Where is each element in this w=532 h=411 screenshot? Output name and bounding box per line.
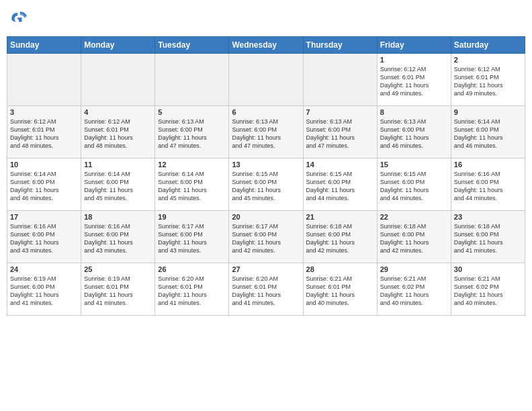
day-info: Sunrise: 6:15 AM Sunset: 6:00 PM Dayligh… [380, 170, 448, 203]
day-cell [7, 54, 81, 106]
day-info: Sunrise: 6:15 AM Sunset: 6:00 PM Dayligh… [306, 170, 374, 203]
day-number: 7 [306, 108, 374, 116]
day-info: Sunrise: 6:17 AM Sunset: 6:00 PM Dayligh… [158, 222, 226, 255]
day-header-monday: Monday [81, 37, 155, 54]
day-number: 8 [380, 108, 448, 116]
day-number: 28 [306, 265, 374, 273]
week-row-3: 10Sunrise: 6:14 AM Sunset: 6:00 PM Dayli… [7, 158, 525, 211]
day-number: 26 [158, 265, 226, 273]
day-info: Sunrise: 6:14 AM Sunset: 6:00 PM Dayligh… [158, 170, 226, 203]
day-number: 23 [454, 213, 522, 221]
day-number: 9 [454, 108, 522, 116]
day-number: 17 [10, 213, 78, 221]
day-cell: 17Sunrise: 6:16 AM Sunset: 6:00 PM Dayli… [7, 211, 81, 263]
day-info: Sunrise: 6:21 AM Sunset: 6:02 PM Dayligh… [454, 275, 522, 308]
day-cell: 5Sunrise: 6:13 AM Sunset: 6:00 PM Daylig… [155, 106, 229, 158]
day-cell: 27Sunrise: 6:20 AM Sunset: 6:01 PM Dayli… [229, 263, 303, 316]
day-number: 14 [306, 161, 374, 169]
day-number: 22 [380, 213, 448, 221]
day-cell [229, 54, 303, 106]
day-cell: 4Sunrise: 6:12 AM Sunset: 6:01 PM Daylig… [81, 106, 155, 158]
day-cell: 14Sunrise: 6:15 AM Sunset: 6:00 PM Dayli… [303, 158, 377, 211]
day-info: Sunrise: 6:13 AM Sunset: 6:00 PM Dayligh… [380, 118, 448, 150]
day-cell: 2Sunrise: 6:12 AM Sunset: 6:01 PM Daylig… [451, 54, 525, 106]
day-number: 10 [10, 161, 78, 169]
day-header-thursday: Thursday [303, 37, 377, 54]
day-info: Sunrise: 6:21 AM Sunset: 6:02 PM Dayligh… [380, 275, 448, 308]
day-cell: 23Sunrise: 6:18 AM Sunset: 6:00 PM Dayli… [451, 211, 525, 263]
day-cell: 28Sunrise: 6:21 AM Sunset: 6:01 PM Dayli… [303, 263, 377, 316]
day-header-saturday: Saturday [451, 37, 525, 54]
day-cell: 9Sunrise: 6:14 AM Sunset: 6:00 PM Daylig… [451, 106, 525, 158]
day-info: Sunrise: 6:19 AM Sunset: 6:00 PM Dayligh… [10, 275, 78, 308]
week-row-2: 3Sunrise: 6:12 AM Sunset: 6:01 PM Daylig… [7, 106, 525, 158]
day-info: Sunrise: 6:18 AM Sunset: 6:00 PM Dayligh… [454, 222, 522, 255]
day-cell: 6Sunrise: 6:13 AM Sunset: 6:00 PM Daylig… [229, 106, 303, 158]
day-number: 27 [232, 265, 300, 273]
day-number: 24 [10, 265, 78, 273]
day-info: Sunrise: 6:16 AM Sunset: 6:00 PM Dayligh… [454, 170, 522, 203]
day-number: 16 [454, 161, 522, 169]
day-cell: 8Sunrise: 6:13 AM Sunset: 6:00 PM Daylig… [377, 106, 451, 158]
week-row-5: 24Sunrise: 6:19 AM Sunset: 6:00 PM Dayli… [7, 263, 525, 316]
day-number: 30 [454, 265, 522, 273]
day-cell: 20Sunrise: 6:17 AM Sunset: 6:00 PM Dayli… [229, 211, 303, 263]
day-info: Sunrise: 6:14 AM Sunset: 6:00 PM Dayligh… [84, 170, 152, 203]
day-cell: 3Sunrise: 6:12 AM Sunset: 6:01 PM Daylig… [7, 106, 81, 158]
day-info: Sunrise: 6:20 AM Sunset: 6:01 PM Dayligh… [158, 275, 226, 308]
day-number: 3 [10, 108, 78, 116]
day-number: 12 [158, 161, 226, 169]
day-header-wednesday: Wednesday [229, 37, 303, 54]
day-info: Sunrise: 6:18 AM Sunset: 6:00 PM Dayligh… [306, 222, 374, 255]
day-number: 1 [380, 56, 448, 64]
day-number: 29 [380, 265, 448, 273]
day-header-friday: Friday [377, 37, 451, 54]
day-info: Sunrise: 6:18 AM Sunset: 6:00 PM Dayligh… [380, 222, 448, 255]
day-cell: 13Sunrise: 6:15 AM Sunset: 6:00 PM Dayli… [229, 158, 303, 211]
day-cell: 1Sunrise: 6:12 AM Sunset: 6:01 PM Daylig… [377, 54, 451, 106]
day-number: 20 [232, 213, 300, 221]
day-info: Sunrise: 6:15 AM Sunset: 6:00 PM Dayligh… [232, 170, 300, 203]
day-info: Sunrise: 6:21 AM Sunset: 6:01 PM Dayligh… [306, 275, 374, 308]
day-info: Sunrise: 6:20 AM Sunset: 6:01 PM Dayligh… [232, 275, 300, 308]
day-number: 4 [84, 108, 152, 116]
day-info: Sunrise: 6:16 AM Sunset: 6:00 PM Dayligh… [84, 222, 152, 255]
day-info: Sunrise: 6:12 AM Sunset: 6:01 PM Dayligh… [454, 65, 522, 98]
day-number: 25 [84, 265, 152, 273]
day-info: Sunrise: 6:14 AM Sunset: 6:00 PM Dayligh… [10, 170, 78, 203]
day-info: Sunrise: 6:14 AM Sunset: 6:00 PM Dayligh… [454, 118, 522, 150]
day-cell: 7Sunrise: 6:13 AM Sunset: 6:00 PM Daylig… [303, 106, 377, 158]
day-info: Sunrise: 6:12 AM Sunset: 6:01 PM Dayligh… [380, 65, 448, 98]
day-number: 13 [232, 161, 300, 169]
calendar-body: 1Sunrise: 6:12 AM Sunset: 6:01 PM Daylig… [7, 54, 525, 316]
day-cell: 19Sunrise: 6:17 AM Sunset: 6:00 PM Dayli… [155, 211, 229, 263]
day-info: Sunrise: 6:17 AM Sunset: 6:00 PM Dayligh… [232, 222, 300, 255]
day-cell: 30Sunrise: 6:21 AM Sunset: 6:02 PM Dayli… [451, 263, 525, 316]
logo [7, 7, 34, 31]
day-number: 11 [84, 161, 152, 169]
day-info: Sunrise: 6:13 AM Sunset: 6:00 PM Dayligh… [306, 118, 374, 150]
day-number: 18 [84, 213, 152, 221]
day-info: Sunrise: 6:13 AM Sunset: 6:00 PM Dayligh… [158, 118, 226, 150]
day-info: Sunrise: 6:12 AM Sunset: 6:01 PM Dayligh… [10, 118, 78, 150]
header-row: SundayMondayTuesdayWednesdayThursdayFrid… [7, 37, 525, 54]
day-cell: 16Sunrise: 6:16 AM Sunset: 6:00 PM Dayli… [451, 158, 525, 211]
calendar: SundayMondayTuesdayWednesdayThursdayFrid… [7, 36, 525, 316]
calendar-header: SundayMondayTuesdayWednesdayThursdayFrid… [7, 37, 525, 54]
header [7, 7, 525, 31]
day-cell: 21Sunrise: 6:18 AM Sunset: 6:00 PM Dayli… [303, 211, 377, 263]
day-cell: 10Sunrise: 6:14 AM Sunset: 6:00 PM Dayli… [7, 158, 81, 211]
day-cell: 18Sunrise: 6:16 AM Sunset: 6:00 PM Dayli… [81, 211, 155, 263]
day-header-sunday: Sunday [7, 37, 81, 54]
day-cell: 12Sunrise: 6:14 AM Sunset: 6:00 PM Dayli… [155, 158, 229, 211]
day-info: Sunrise: 6:12 AM Sunset: 6:01 PM Dayligh… [84, 118, 152, 150]
day-cell [303, 54, 377, 106]
day-number: 2 [454, 56, 522, 64]
day-cell: 25Sunrise: 6:19 AM Sunset: 6:01 PM Dayli… [81, 263, 155, 316]
day-header-tuesday: Tuesday [155, 37, 229, 54]
week-row-4: 17Sunrise: 6:16 AM Sunset: 6:00 PM Dayli… [7, 211, 525, 263]
day-cell: 11Sunrise: 6:14 AM Sunset: 6:00 PM Dayli… [81, 158, 155, 211]
day-info: Sunrise: 6:13 AM Sunset: 6:00 PM Dayligh… [232, 118, 300, 150]
week-row-1: 1Sunrise: 6:12 AM Sunset: 6:01 PM Daylig… [7, 54, 525, 106]
day-number: 21 [306, 213, 374, 221]
